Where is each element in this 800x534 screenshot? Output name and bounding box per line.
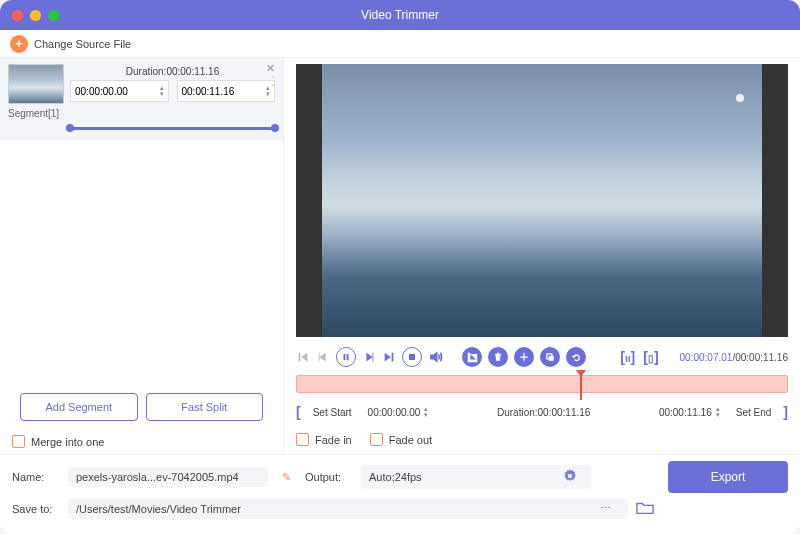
range-controls: [ Set Start 00:00:00.00▴▾ Duration:00:00… (296, 397, 788, 427)
app-window: Video Trimmer + Change Source File ✕ ˄˅ … (0, 0, 800, 534)
segment-name: Segment[1] (8, 108, 275, 119)
toolbar: + Change Source File (0, 30, 800, 58)
fast-split-button[interactable]: Fast Split (146, 393, 264, 421)
checkbox-icon[interactable] (12, 435, 25, 448)
stepper-icon[interactable]: ▴▾ (160, 85, 164, 97)
crop-icon[interactable] (462, 347, 482, 367)
checkbox-icon[interactable] (370, 433, 383, 446)
bottom-bar: Name: pexels-yarosla...ev-7042005.mp4 ✎ … (0, 454, 800, 534)
undo-icon[interactable] (566, 347, 586, 367)
output-field[interactable]: Auto;24fps (361, 465, 591, 489)
video-preview (296, 64, 788, 337)
open-folder-icon[interactable] (636, 500, 654, 518)
segment-start-input[interactable]: 00:00:00.00▴▾ (70, 80, 169, 102)
save-to-label: Save to: (12, 503, 60, 515)
titlebar: Video Trimmer (0, 0, 800, 30)
bracket-close-icon[interactable]: ] (783, 404, 788, 420)
close-icon[interactable]: ✕ (266, 62, 275, 75)
stepper-icon[interactable]: ▴▾ (716, 406, 720, 418)
merge-checkbox[interactable]: Merge into one (0, 429, 283, 454)
set-start-button[interactable]: Set Start (307, 404, 358, 421)
fade-out-checkbox[interactable]: Fade out (370, 433, 432, 446)
pause-icon[interactable] (336, 347, 356, 367)
gear-icon[interactable] (557, 469, 583, 485)
range-end-input[interactable]: 00:00:11.16▴▾ (655, 403, 724, 421)
export-button[interactable]: Export (668, 461, 788, 493)
segment-item[interactable]: ✕ ˄˅ Duration:00:00:11.16 00:00:00.00▴▾ … (0, 58, 283, 140)
volume-icon[interactable] (428, 350, 444, 364)
app-title: Video Trimmer (0, 8, 800, 22)
segment-end-input[interactable]: 00:00:11.16▴▾ (177, 80, 276, 102)
timeline-track[interactable] (296, 375, 788, 393)
edit-name-icon[interactable]: ✎ (276, 471, 297, 484)
fade-in-checkbox[interactable]: Fade in (296, 433, 352, 446)
add-segment-button[interactable]: Add Segment (20, 393, 138, 421)
delete-icon[interactable] (488, 347, 508, 367)
skip-start-icon[interactable] (296, 350, 310, 364)
svg-rect-2 (549, 356, 554, 361)
stepper-icon[interactable]: ▴▾ (424, 406, 428, 418)
mark-out-icon[interactable]: [▯] (642, 349, 659, 365)
add-source-icon[interactable]: + (10, 35, 28, 53)
range-duration: Duration:00:00:11.16 (438, 407, 649, 418)
change-source-button[interactable]: Change Source File (34, 38, 131, 50)
filename-field[interactable]: pexels-yarosla...ev-7042005.mp4 (68, 467, 268, 487)
next-frame-icon[interactable] (362, 350, 376, 364)
playhead-icon[interactable] (576, 370, 586, 377)
main-area: ✕ ˄˅ Duration:00:00:11.16 00:00:00.00▴▾ … (0, 58, 800, 454)
prev-frame-icon[interactable] (316, 350, 330, 364)
browse-icon[interactable]: ⋯ (592, 502, 620, 515)
segment-thumbnail (8, 64, 64, 104)
copy-icon[interactable] (540, 347, 560, 367)
stepper-icon[interactable]: ▴▾ (266, 85, 270, 97)
fade-options: Fade in Fade out (296, 427, 788, 454)
segment-range-slider[interactable] (70, 127, 275, 130)
stop-icon[interactable] (402, 347, 422, 367)
playback-controls: [ıı] [▯] 00:00:07.01/00:00:11.16 (296, 343, 788, 371)
timecode: 00:00:07.01/00:00:11.16 (680, 352, 788, 363)
range-start-input[interactable]: 00:00:00.00▴▾ (364, 403, 433, 421)
svg-rect-0 (409, 354, 415, 360)
skip-end-icon[interactable] (382, 350, 396, 364)
segment-reorder-arrows[interactable]: ˄˅ (271, 76, 275, 92)
bracket-open-icon[interactable]: [ (296, 404, 301, 420)
name-label: Name: (12, 471, 60, 483)
output-label: Output: (305, 471, 353, 483)
add-icon[interactable] (514, 347, 534, 367)
save-path-field[interactable]: /Users/test/Movies/Video Trimmer ⋯ (68, 498, 628, 519)
set-end-button[interactable]: Set End (730, 404, 778, 421)
preview-panel: [ıı] [▯] 00:00:07.01/00:00:11.16 [ Set S… (284, 58, 800, 454)
mark-in-icon[interactable]: [ıı] (619, 349, 636, 365)
segments-panel: ✕ ˄˅ Duration:00:00:11.16 00:00:00.00▴▾ … (0, 58, 284, 454)
segment-duration-label: Duration:00:00:11.16 (70, 66, 275, 77)
checkbox-icon[interactable] (296, 433, 309, 446)
svg-point-4 (568, 474, 572, 478)
